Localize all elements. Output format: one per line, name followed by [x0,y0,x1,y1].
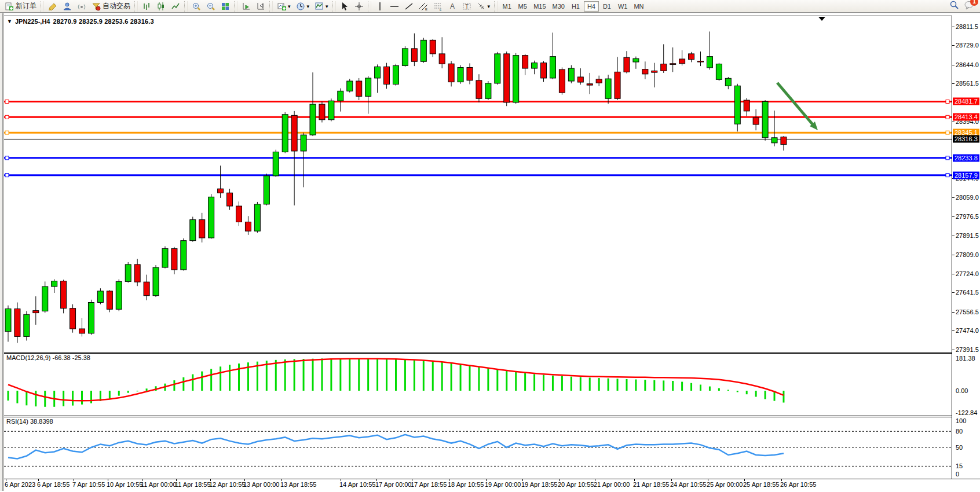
symbol-dropdown-icon[interactable]: ▼ [7,19,12,24]
timeframe-d1-button[interactable]: D1 [599,1,615,12]
new-order-button[interactable]: 新订单 [2,1,39,12]
macd-axis-label: -122.84 [956,409,977,416]
timeframe-mn-button[interactable]: MN [631,1,646,12]
timeframe-m1-button[interactable]: M1 [499,1,514,12]
periods-button[interactable]: ▾ [294,1,312,12]
time-axis-label: 6 Apr 18:55 [37,481,70,488]
down-arrow-annotation [777,83,818,130]
rsi-pane[interactable] [4,417,952,479]
level-price-tag: 28157.9 [953,171,979,179]
templates-button[interactable]: ▾ [312,1,331,12]
price-tick-label: 28561.5 [956,80,979,87]
price-tick-label: 27724.0 [956,270,979,277]
time-axis-label: 10 Apr 10:55 [107,481,142,488]
auto-scroll-icon [242,2,251,11]
chat-unread-badge: 1 [970,0,978,6]
tile-windows-button[interactable] [218,1,232,12]
channel-icon: E [419,2,428,11]
tile-windows-icon [221,2,230,11]
price-tick-label: 28729.0 [956,42,979,49]
signals-button[interactable] [75,1,89,12]
cursor-icon [340,2,349,11]
periods-icon [296,2,305,11]
chart-title: ▼ JPN225-,H4 28270.9 28325.9 28253.6 283… [7,18,154,25]
zoom-in-button[interactable] [189,1,203,12]
zoom-out-icon [206,2,215,11]
toolbar-separator [332,1,336,12]
timeframe-w1-button[interactable]: W1 [615,1,631,12]
level-price-tag: 28316.3 [953,135,979,143]
time-axis-label: 14 Apr 10:55 [339,481,375,488]
macd-pane[interactable] [4,353,952,416]
vertical-line-button[interactable] [373,1,387,12]
main-chart-pane[interactable] [4,16,952,352]
profile-button[interactable] [60,1,74,12]
svg-text:A: A [450,2,455,10]
time-axis-label: 17 Apr 00:00 [375,481,411,488]
timeframe-m30-button[interactable]: M30 [550,1,568,12]
new-chart-button[interactable]: ▾ [275,1,293,12]
rsi-axis-label: 80 [956,428,963,435]
styler-icon [48,2,57,11]
arrows-button[interactable]: ▾ [474,1,493,12]
candle-chart-button[interactable] [154,1,168,12]
chevron-down-icon: ▾ [307,3,310,9]
time-axis-label: 11 Apr 18:55 [175,481,211,488]
autotrade-button[interactable]: 自动交易 [89,1,133,12]
price-tick-mark [952,292,955,293]
zoom-out-button[interactable] [204,1,218,12]
time-axis-label: 19 Apr 00:00 [485,481,521,488]
symbol-label: JPN225-,H4 [15,18,50,25]
styler-button[interactable] [46,1,60,12]
time-axis-label: 21 Apr 18:55 [633,481,669,488]
timeframe-m15-button[interactable]: M15 [531,1,548,12]
new-chart-icon [277,2,286,11]
timeframe-m5-button[interactable]: M5 [515,1,530,12]
price-tick-label: 27809.0 [956,251,979,258]
text-button[interactable]: A [445,1,459,12]
trendline-button[interactable] [402,1,416,12]
auto-scroll-button[interactable] [239,1,253,12]
search-icon[interactable] [949,0,959,12]
crosshair-button[interactable] [352,1,366,12]
timeframe-h4-button[interactable]: H4 [584,1,599,12]
bar-chart-button[interactable] [140,1,153,12]
window-left-edge [0,13,4,491]
text-icon: A [448,2,457,11]
time-axis-label: 11 Apr 00:00 [141,481,177,488]
price-tick-mark [952,216,955,217]
price-tick-mark [952,236,955,236]
level-price-tag: 28233.8 [953,154,979,161]
horizontal-line-button[interactable] [387,1,401,12]
rsi-axis-label: 100 [956,417,966,424]
chevron-down-icon: ▾ [326,3,328,9]
time-axis-label: 20 Apr 10:55 [558,481,594,488]
price-tick-label: 28644.0 [956,61,979,68]
templates-icon [315,2,324,11]
toolbar-separator [184,1,188,12]
fibonacci-button[interactable]: F [431,1,445,12]
toolbar-separator [368,1,371,12]
cursor-button[interactable] [338,1,352,12]
time-axis-label: 18 Apr 10:55 [448,481,484,488]
line-chart-icon [171,2,180,11]
label-icon: T [462,2,471,11]
line-chart-button[interactable] [169,1,182,12]
horizontal-line-icon [390,2,399,11]
time-axis-label: 26 Apr 10:55 [780,481,816,488]
toolbar-separator [41,1,44,12]
timeframe-h1-button[interactable]: H1 [568,1,583,12]
rsi-axis-label: 15 [956,462,963,469]
rsi-axis-label: 50 [956,444,963,451]
trendline-icon [404,2,414,11]
zoom-in-icon [192,2,201,11]
price-tick-mark [952,122,955,122]
label-button[interactable]: T [460,1,474,12]
chat-button[interactable]: 1 [964,1,974,12]
main-toolbar: 新订单 自动交易 ▾ ▾ [0,0,980,13]
time-axis-label: 25 Apr 00:00 [707,481,743,488]
chart-shift-button[interactable] [254,1,268,12]
channel-button[interactable]: E [416,1,430,12]
chevron-down-icon: ▾ [488,3,491,9]
new-order-icon [5,2,14,11]
